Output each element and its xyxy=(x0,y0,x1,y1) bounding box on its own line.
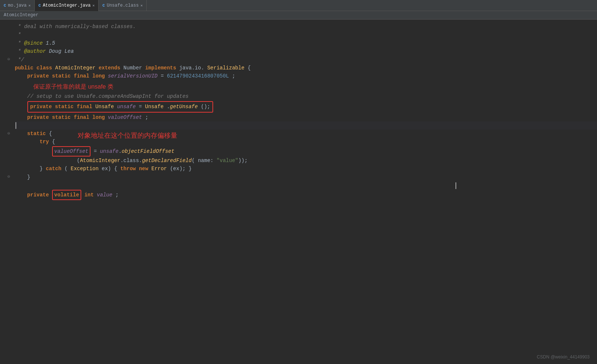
code-text: } xyxy=(15,173,30,181)
close-icon-atomic[interactable]: ✕ xyxy=(92,3,95,8)
line-valueoffset-assign: valueOffset = unsafe.objectFieldOffset xyxy=(15,146,597,157)
code-text xyxy=(15,181,456,189)
code-text: // setup to use Unsafe.compareAndSwapInt… xyxy=(15,92,188,100)
text-cursor xyxy=(16,122,16,129)
line-close-static: ⊖ } xyxy=(15,173,597,181)
tab-icon-unsafe: C xyxy=(102,3,105,8)
code-text: * @since 1.5 xyxy=(15,39,55,47)
code-text: valueOffset = unsafe.objectFieldOffset xyxy=(15,146,174,157)
line-try: try { xyxy=(15,138,597,146)
line-svuid: private static final long serialVersionU… xyxy=(15,72,597,80)
close-icon-mo[interactable]: ✕ xyxy=(28,3,31,8)
watermark-text: CSDN @weixin_44149903 xyxy=(537,354,590,360)
line-2: * xyxy=(15,31,597,39)
close-icon-unsafe[interactable]: ✕ xyxy=(140,3,143,8)
code-text: public class AtomicInteger extends Numbe… xyxy=(15,64,251,72)
tab-bar: C mo.java ✕ C AtomicInteger.java ✕ C Uns… xyxy=(0,0,597,11)
line-comment-unsafe: // setup to use Unsafe.compareAndSwapInt… xyxy=(15,92,597,100)
line-catch: } catch ( Exception ex) { throw new Erro… xyxy=(15,165,597,173)
editor-area[interactable]: * deal with numerically-based classes. *… xyxy=(0,20,597,363)
watermark: CSDN @weixin_44149903 xyxy=(537,354,590,360)
line-cursor xyxy=(15,121,597,130)
cursor2 xyxy=(456,182,456,189)
tab-icon-atomic: C xyxy=(38,3,41,8)
code-text: static { xyxy=(15,130,52,138)
code-text: * xyxy=(15,31,21,39)
tab-unsafe-class[interactable]: C Unsafe.class ✕ xyxy=(99,0,147,11)
code-text: */ xyxy=(15,56,24,64)
breadcrumb: AtomicInteger xyxy=(0,11,597,20)
fold-icon-close[interactable]: ⊖ xyxy=(7,174,10,181)
line-annotation1: 保证原子性靠的就是 unsafe 类 xyxy=(15,80,597,92)
line-getdeclaredfield: (AtomicInteger.class.getDeclaredField( n… xyxy=(15,157,597,165)
fold-icon-5[interactable]: ⊖ xyxy=(7,56,10,63)
code-text: private static final long valueOffset ; xyxy=(15,113,148,121)
tab-atomic-java[interactable]: C AtomicInteger.java ✕ xyxy=(35,0,99,11)
code-text: try { xyxy=(15,138,55,146)
line-cursor2 xyxy=(15,181,597,189)
line-volatile: private volatile int value ; xyxy=(15,190,597,200)
line-static: ⊖ static { 对象地址在这个位置的内存偏移量 xyxy=(15,130,597,138)
tab-mo-java[interactable]: C mo.java ✕ xyxy=(0,0,35,11)
line-4: * @author Doug Lea xyxy=(15,47,597,55)
code-text: } catch ( Exception ex) { throw new Erro… xyxy=(15,165,192,173)
code-content: * deal with numerically-based classes. *… xyxy=(0,20,597,203)
code-text: private volatile int value ; xyxy=(15,190,119,200)
annotation-unsafe: 保证原子性靠的就是 unsafe 类 xyxy=(33,82,113,92)
breadcrumb-text: AtomicInteger xyxy=(4,13,38,18)
tab-label-mo: mo.java xyxy=(8,3,27,8)
code-text: * @author Doug Lea xyxy=(15,47,74,55)
code-text: private static final Unsafe unsafe = Uns… xyxy=(15,101,213,112)
tab-label-atomic: AtomicInteger.java xyxy=(43,3,91,8)
line-unsafe-field: private static final Unsafe unsafe = Uns… xyxy=(15,101,597,112)
line-1: * deal with numerically-based classes. xyxy=(15,23,597,31)
code-text: * deal with numerically-based classes. xyxy=(15,23,136,31)
code-text: (AtomicInteger.class.getDeclaredField( n… xyxy=(15,157,248,165)
code-text: private static final long serialVersionU… xyxy=(15,72,235,80)
line-5: ⊖ */ xyxy=(15,56,597,64)
tab-icon-mo: C xyxy=(4,3,6,8)
line-3: * @since 1.5 xyxy=(15,39,597,47)
line-class-decl: public class AtomicInteger extends Numbe… xyxy=(15,64,597,72)
fold-icon-static[interactable]: ⊖ xyxy=(7,130,10,137)
tab-label-unsafe: Unsafe.class xyxy=(107,3,139,8)
line-valueoffset-decl: private static final long valueOffset ; xyxy=(15,113,597,121)
